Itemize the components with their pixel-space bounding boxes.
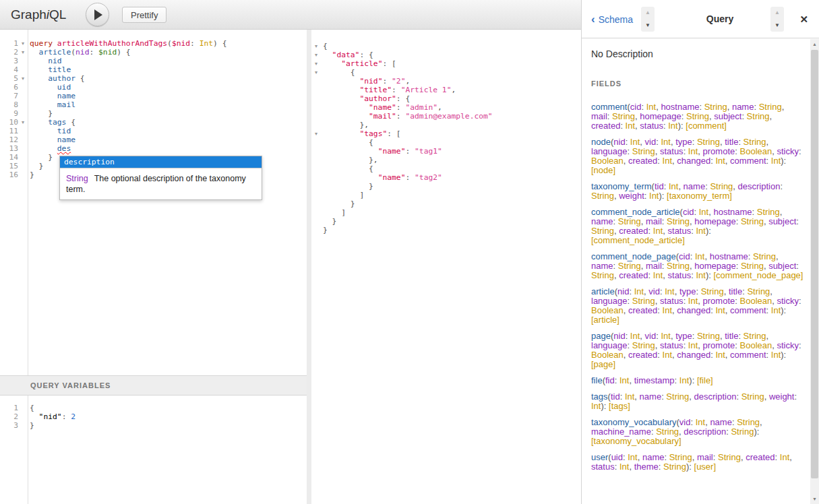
execute-button[interactable] xyxy=(86,3,109,26)
doc-type-link[interactable]: Int xyxy=(696,226,705,236)
scrollbar-up-icon[interactable]: ▲ xyxy=(810,39,819,49)
doc-type-link[interactable]: Int xyxy=(688,340,698,350)
fold-arrow-icon[interactable]: ▾ xyxy=(18,74,28,83)
doc-type-link[interactable]: Int xyxy=(625,391,634,402)
code-line[interactable]: { xyxy=(311,164,581,173)
doc-type-link[interactable]: Boolean xyxy=(740,296,772,306)
doc-scrollbar-thumb[interactable] xyxy=(811,50,818,478)
doc-return-type-link[interactable]: [node] xyxy=(591,165,615,175)
code-line[interactable]: } xyxy=(311,199,581,208)
doc-type-link[interactable]: Boolean xyxy=(591,156,624,166)
doc-type-link[interactable]: String xyxy=(656,427,679,437)
code-line[interactable]: "author": { xyxy=(311,94,581,103)
doc-type-link[interactable]: Int xyxy=(630,331,640,341)
doc-field-name[interactable]: comment_node_page xyxy=(591,251,676,261)
scrollbar-down-icon[interactable]: ▼ xyxy=(810,494,819,504)
doc-type-link[interactable]: Int xyxy=(668,121,677,131)
code-line[interactable]: }, xyxy=(311,156,581,164)
doc-type-link[interactable]: Int xyxy=(780,452,789,462)
doc-type-link[interactable]: String xyxy=(669,452,692,462)
doc-type-link[interactable]: Int xyxy=(663,350,672,360)
code-line[interactable]: "name": "tag1" xyxy=(311,147,581,156)
code-line[interactable]: ▾ "data": { xyxy=(311,51,581,59)
doc-type-link[interactable]: String xyxy=(632,340,655,350)
doc-type-link[interactable]: String xyxy=(591,270,614,280)
doc-type-link[interactable]: String xyxy=(663,462,686,472)
code-line[interactable]: ▾ { xyxy=(311,68,581,77)
code-line[interactable]: "name": "tag2" xyxy=(311,173,581,182)
doc-stepper-right[interactable]: ▲ ▼ xyxy=(770,7,784,32)
doc-type-link[interactable]: String xyxy=(666,391,689,402)
fold-arrow-icon[interactable]: ▾ xyxy=(18,118,28,127)
code-line[interactable]: 2▾ article(nid: $nid) { xyxy=(0,48,307,57)
fold-arrow-icon[interactable]: ▾ xyxy=(311,68,321,77)
doc-type-link[interactable]: String xyxy=(697,331,720,341)
doc-stepper-left[interactable]: ▲ ▼ xyxy=(641,7,655,32)
doc-field-name[interactable]: taxonomy_term xyxy=(591,181,652,191)
doc-type-link[interactable]: Int xyxy=(715,305,725,315)
query-variables-editor[interactable]: 1{2 "nid": 23} xyxy=(0,396,307,504)
doc-type-link[interactable]: Int xyxy=(661,331,670,341)
doc-return-type-link[interactable]: [article] xyxy=(591,315,619,325)
autocomplete-item-selected[interactable]: description xyxy=(60,156,262,168)
fold-arrow-icon[interactable]: ▾ xyxy=(311,129,321,138)
doc-type-link[interactable]: Int xyxy=(628,452,637,462)
code-line[interactable]: ▾ "article": [ xyxy=(311,59,581,68)
doc-type-link[interactable]: String xyxy=(718,452,741,462)
fold-arrow-icon[interactable]: ▾ xyxy=(311,42,321,51)
doc-type-link[interactable]: Boolean xyxy=(591,305,624,315)
code-line[interactable]: 6 uid xyxy=(0,83,307,92)
doc-type-link[interactable]: Int xyxy=(665,286,674,296)
doc-type-link[interactable]: String xyxy=(731,427,754,437)
code-line[interactable]: } xyxy=(311,217,581,226)
code-line[interactable]: "title": "Article 1", xyxy=(311,86,581,94)
doc-type-link[interactable]: Int xyxy=(663,305,672,315)
doc-type-link[interactable]: Int xyxy=(715,350,725,360)
doc-type-link[interactable]: String xyxy=(744,137,766,147)
doc-close-button[interactable]: ✕ xyxy=(799,0,808,38)
fold-arrow-icon[interactable]: ▾ xyxy=(18,39,28,48)
fold-arrow-icon[interactable]: ▾ xyxy=(18,48,28,57)
doc-type-link[interactable]: Int xyxy=(688,146,698,156)
code-line[interactable]: ▾{ xyxy=(311,42,581,51)
code-line[interactable]: "nid": "2", xyxy=(311,77,581,86)
code-line[interactable]: }, xyxy=(311,121,581,129)
doc-type-link[interactable]: Int xyxy=(696,270,705,280)
code-line[interactable]: } xyxy=(311,226,581,234)
doc-type-link[interactable]: String xyxy=(741,391,764,402)
doc-field-name[interactable]: article xyxy=(591,286,615,296)
code-line[interactable]: 2 "nid": 2 xyxy=(0,412,307,421)
code-line[interactable]: 5▾ author { xyxy=(0,74,307,83)
doc-type-link[interactable]: Int xyxy=(661,137,670,147)
code-line[interactable]: { xyxy=(311,138,581,147)
doc-return-type-link[interactable]: [tags] xyxy=(609,401,630,411)
code-line[interactable]: 3} xyxy=(0,421,307,430)
doc-type-link[interactable]: Int xyxy=(626,121,635,131)
doc-type-link[interactable]: Boolean xyxy=(591,350,624,360)
doc-field-name[interactable]: comment_node_article xyxy=(591,207,680,217)
doc-back-link[interactable]: ‹Schema xyxy=(591,0,633,39)
code-line[interactable]: } xyxy=(311,182,581,191)
doc-return-type-link[interactable]: [taxonomy_term] xyxy=(667,191,732,201)
doc-type-link[interactable]: Int xyxy=(699,207,708,217)
fold-arrow-icon[interactable]: ▾ xyxy=(311,59,321,68)
doc-type-link[interactable]: Int xyxy=(715,156,725,166)
doc-type-link[interactable]: Int xyxy=(630,137,640,147)
doc-type-link[interactable]: Int xyxy=(663,156,672,166)
doc-return-type-link[interactable]: [comment_node_article] xyxy=(591,235,685,245)
doc-type-link[interactable]: Int xyxy=(771,305,781,315)
doc-field-name[interactable]: page xyxy=(591,331,611,341)
doc-type-link[interactable]: String xyxy=(667,261,690,271)
doc-type-link[interactable]: Int xyxy=(695,251,704,261)
doc-type-link[interactable]: Int xyxy=(634,286,644,296)
doc-type-link[interactable]: Int xyxy=(688,296,698,306)
doc-field-name[interactable]: node xyxy=(591,137,611,147)
code-line[interactable]: 12 name xyxy=(0,135,307,144)
doc-type-link[interactable]: String xyxy=(741,216,764,226)
code-line[interactable]: 11 tid xyxy=(0,127,307,135)
doc-field-name[interactable]: taxonomy_vocabulary xyxy=(591,417,676,427)
doc-type-link[interactable]: String xyxy=(737,417,760,427)
result-pane[interactable]: ▾{▾ "data": {▾ "article": [▾ { "nid": "2… xyxy=(311,30,581,504)
doc-type-link[interactable]: String xyxy=(618,261,641,271)
code-line[interactable]: "name": "admin", xyxy=(311,103,581,112)
